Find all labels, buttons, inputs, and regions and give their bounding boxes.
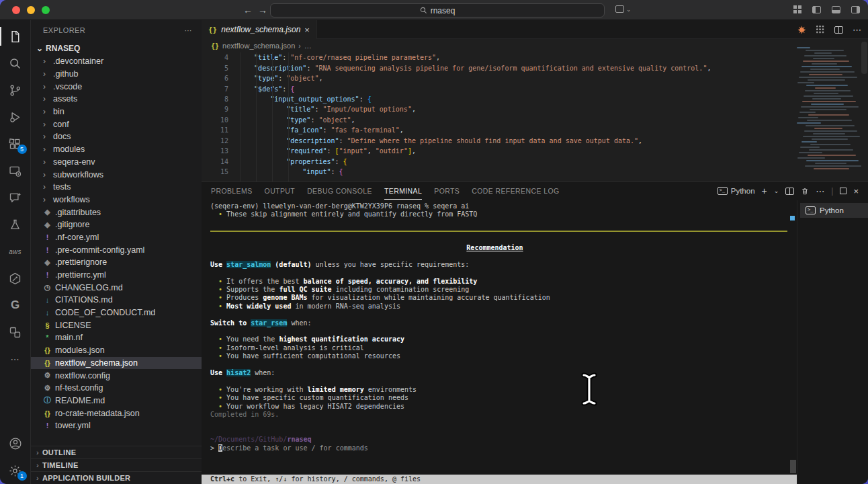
explorer-more-icon[interactable]: ⋯ xyxy=(185,26,192,35)
tree-folder-docs[interactable]: ›docs xyxy=(31,130,202,143)
section-application-builder[interactable]: ›APPLICATION BUILDER xyxy=(31,471,202,484)
editor-layout-icon[interactable] xyxy=(793,5,801,13)
schema-outline-icon[interactable] xyxy=(816,26,825,34)
section-outline[interactable]: ›OUTLINE xyxy=(31,446,202,458)
tree-file-main.nf[interactable]: *main.nf xyxy=(31,331,202,344)
split-editor-icon[interactable] xyxy=(834,26,843,34)
tree-file-modules.json[interactable]: {}modules.json xyxy=(31,344,202,357)
terminal-scrollbar[interactable] xyxy=(790,460,796,473)
json-file-icon: {} xyxy=(211,42,219,50)
tree-root-rnaseq[interactable]: ⌄ RNASEQ xyxy=(31,42,202,55)
tree-file-CHANGELOG.md[interactable]: ◷CHANGELOG.md xyxy=(31,281,202,294)
terminal-output[interactable]: (seqera-env) llewelyn-van-der-berg@KTW2Y… xyxy=(202,200,797,475)
activity-search[interactable] xyxy=(0,50,31,77)
tree-folder-tests[interactable]: ›tests xyxy=(31,181,202,194)
section-timeline[interactable]: ›TIMELINE xyxy=(31,458,202,471)
tree-folder-conf[interactable]: ›conf xyxy=(31,118,202,130)
panel-tab-code-reference-log[interactable]: CODE REFERENCE LOG xyxy=(472,182,559,200)
activity-remote-explorer[interactable] xyxy=(0,157,31,184)
tree-folder-.devcontainer[interactable]: ›.devcontainer xyxy=(31,55,202,68)
tree-folder-workflows[interactable]: ›workflows xyxy=(31,194,202,206)
chevron-right-icon: › xyxy=(43,94,50,104)
account-button[interactable] xyxy=(0,430,31,457)
activity-aws[interactable]: aws xyxy=(0,238,31,265)
panel-tab-problems[interactable]: PROBLEMS xyxy=(211,182,253,200)
tree-file-.nf-core.yml[interactable]: !.nf-core.yml xyxy=(31,231,202,244)
tree-folder-assets[interactable]: ›assets xyxy=(31,93,202,106)
trash-icon[interactable] xyxy=(801,187,809,196)
activity-gitlens[interactable]: G xyxy=(0,292,31,319)
panel-tab-debug-console[interactable]: DEBUG CONSOLE xyxy=(307,182,372,200)
activity-chat[interactable] xyxy=(0,184,31,211)
terminal-line: • You have specific custom quantificatio… xyxy=(210,394,797,402)
tree-folder-.github[interactable]: ›.github xyxy=(31,68,202,81)
activity-bar: 5 aws G ⋯ xyxy=(0,20,31,484)
tree-folder-seqera-env[interactable]: ›seqera-env xyxy=(31,156,202,169)
split-terminal-icon[interactable] xyxy=(785,188,794,195)
settings-button[interactable]: 1 xyxy=(0,457,31,484)
tree-file-nf-test.config[interactable]: ⚙nf-test.config xyxy=(31,382,202,395)
panel-tab-output[interactable]: OUTPUT xyxy=(265,182,296,200)
back-icon[interactable]: ← xyxy=(243,5,253,15)
minimap-line xyxy=(809,149,853,151)
minimap-line xyxy=(801,66,852,67)
git-file-icon: ◈ xyxy=(43,208,52,216)
breadcrumb[interactable]: {} nextflow_schema.json › … xyxy=(202,39,868,52)
tree-file-tower.yml[interactable]: !tower.yml xyxy=(31,419,202,432)
line-number: 13 xyxy=(202,147,228,155)
toggle-secondary-sidebar-icon[interactable] xyxy=(851,6,860,13)
tree-file-.prettierrc.yml[interactable]: !.prettierrc.yml xyxy=(31,269,202,282)
flame-run-icon[interactable] xyxy=(797,25,807,35)
tree-file-CODE_OF_CONDUCT.md[interactable]: ↓CODE_OF_CONDUCT.md xyxy=(31,307,202,319)
activity-run-debug[interactable] xyxy=(0,104,31,130)
activity-source-control[interactable] xyxy=(0,77,31,104)
code-editor[interactable]: 4 "title": "nf-core/rnaseq pipeline para… xyxy=(202,52,797,182)
new-terminal-icon[interactable]: + xyxy=(762,186,767,196)
more-actions-icon[interactable]: ⋯ xyxy=(853,25,861,35)
tree-folder-.vscode[interactable]: ›.vscode xyxy=(31,80,202,93)
tree-file-nextflow.config[interactable]: ⚙nextflow.config xyxy=(31,369,202,382)
terminal-tab-python[interactable]: >_ Python xyxy=(800,203,868,218)
tree-file-ro-crate-metadata.json[interactable]: {}ro-crate-metadata.json xyxy=(31,407,202,419)
activity-explorer[interactable] xyxy=(0,23,31,50)
command-center-search[interactable]: rnaseq xyxy=(270,3,605,17)
tree-file-LICENSE[interactable]: §LICENSE xyxy=(31,319,202,331)
tree-file-.prettierignore[interactable]: ◈.prettierignore xyxy=(31,256,202,269)
activity-hexagon-extension[interactable] xyxy=(0,265,31,292)
code-line-9: 9 "title": "Input/output options", xyxy=(202,104,797,114)
tree-file-.gitattributes[interactable]: ◈.gitattributes xyxy=(31,206,202,218)
activity-more-views[interactable]: ⋯ xyxy=(0,346,31,372)
minimap[interactable] xyxy=(797,47,864,179)
activity-containers[interactable] xyxy=(0,319,31,346)
minimize-window-button[interactable] xyxy=(27,6,35,14)
close-tab-icon[interactable]: × xyxy=(304,25,310,35)
tree-file-nextflow_schema.json[interactable]: {}nextflow_schema.json xyxy=(31,357,202,370)
maximize-panel-icon[interactable] xyxy=(840,188,847,194)
chevron-down-icon[interactable]: ⌄ xyxy=(774,188,779,194)
tree-folder-bin[interactable]: ›bin xyxy=(31,106,202,118)
tree-folder-modules[interactable]: ›modules xyxy=(31,143,202,156)
terminal-profile-label[interactable]: >_ Python xyxy=(718,187,755,195)
editor-scrollbar[interactable] xyxy=(861,42,867,74)
tree-file-README.md[interactable]: ⓘREADME.md xyxy=(31,395,202,407)
code-line-10: 10 "type": "object", xyxy=(202,115,797,125)
more-actions-icon[interactable]: ⋯ xyxy=(816,186,824,196)
close-window-button[interactable] xyxy=(12,6,20,14)
activity-extensions[interactable]: 5 xyxy=(0,130,31,157)
tree-file-CITATIONS.md[interactable]: ↓CITATIONS.md xyxy=(31,294,202,307)
toggle-panel-icon[interactable] xyxy=(832,6,840,13)
tree-file-.gitignore[interactable]: ◈.gitignore xyxy=(31,218,202,231)
panel-tab-ports[interactable]: PORTS xyxy=(434,182,460,200)
tab-nextflow-schema[interactable]: {} nextflow_schema.json × xyxy=(202,20,317,39)
panel-tab-terminal[interactable]: TERMINAL xyxy=(384,182,422,200)
forward-icon[interactable]: → xyxy=(258,5,267,15)
minimap-line xyxy=(797,122,821,124)
tree-folder-subworkflows[interactable]: ›subworkflows xyxy=(31,168,202,181)
zoom-window-button[interactable] xyxy=(42,6,50,14)
tree-file-.pre-commit-config.yaml[interactable]: !.pre-commit-config.yaml xyxy=(31,243,202,256)
toggle-sidebar-icon[interactable] xyxy=(812,6,821,13)
close-panel-icon[interactable]: × xyxy=(853,186,859,196)
activity-testing[interactable] xyxy=(0,211,31,238)
session-dropdown[interactable]: ⌄ xyxy=(615,5,632,13)
gear-file-icon: ⚙ xyxy=(43,384,52,393)
